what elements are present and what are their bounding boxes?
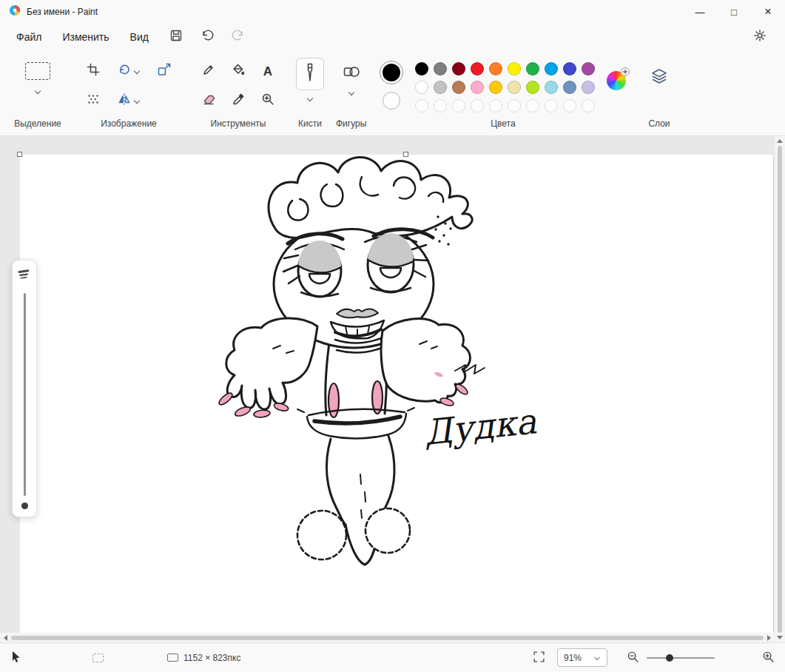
gear-icon: [753, 29, 767, 45]
color-picker-tool-button[interactable]: [229, 90, 248, 112]
menu-edit[interactable]: Изменить: [53, 27, 118, 47]
chevron-down-icon[interactable]: [348, 90, 355, 95]
color-swatch[interactable]: [434, 81, 447, 94]
size-slider-handle[interactable]: [21, 503, 28, 509]
brush-button[interactable]: [296, 58, 324, 90]
redo-button[interactable]: [226, 27, 251, 47]
group-label-selection: Выделение: [14, 118, 61, 135]
shapes-button[interactable]: [343, 65, 360, 81]
shapes-icon: [343, 68, 360, 81]
layers-button[interactable]: [650, 68, 668, 87]
close-button[interactable]: ×: [751, 0, 785, 24]
horizontal-scrollbar[interactable]: [0, 633, 775, 642]
scroll-right-arrow-icon[interactable]: [767, 635, 771, 641]
zoom-slider-handle[interactable]: [666, 654, 673, 662]
menu-file[interactable]: Файл: [7, 27, 50, 47]
crop-icon: [87, 63, 100, 79]
fill-tool-button[interactable]: [229, 60, 248, 82]
color-swatch[interactable]: [508, 62, 521, 75]
zoom-dropdown[interactable]: 91%: [557, 648, 607, 667]
empty-color-slot[interactable]: [415, 99, 428, 112]
color2-swatch[interactable]: [383, 92, 400, 110]
crop-button[interactable]: [84, 60, 103, 82]
empty-color-slot[interactable]: [489, 99, 502, 112]
size-slider-track[interactable]: [24, 293, 26, 496]
empty-color-slot[interactable]: [582, 99, 595, 112]
flip-button[interactable]: [115, 90, 144, 112]
color-swatch[interactable]: [563, 62, 576, 75]
color-swatch[interactable]: [526, 62, 539, 75]
color-swatch[interactable]: [508, 81, 521, 94]
stroke-size-icon[interactable]: [18, 269, 31, 283]
color-swatch[interactable]: [526, 81, 539, 94]
canvas-resize-handle-topcenter[interactable]: [403, 152, 408, 157]
paint-logo-icon: [9, 4, 21, 19]
empty-color-slot[interactable]: [452, 99, 465, 112]
eyedropper-icon: [232, 93, 245, 109]
color-swatch[interactable]: [489, 81, 502, 94]
color-swatch[interactable]: [452, 81, 465, 94]
cursor-position-icon: [10, 651, 21, 665]
selection-tool-button[interactable]: [25, 56, 50, 80]
color-swatch[interactable]: [415, 62, 428, 75]
vertical-scrollbar-thumb[interactable]: [778, 146, 782, 633]
pattern-button[interactable]: [84, 91, 102, 110]
vertical-scrollbar[interactable]: [775, 136, 785, 642]
color-swatch[interactable]: [545, 81, 558, 94]
plus-icon: [621, 67, 630, 76]
eraser-tool-button[interactable]: [199, 90, 218, 112]
color-swatch[interactable]: [471, 62, 484, 75]
group-image: Изображение: [75, 50, 182, 135]
color-swatch[interactable]: [489, 62, 502, 75]
scroll-up-arrow-icon[interactable]: [777, 139, 783, 143]
magnifier-tool-button[interactable]: [258, 90, 277, 112]
menubar: Файл Изменить Вид: [0, 24, 785, 50]
empty-color-slot[interactable]: [526, 99, 539, 112]
fit-to-screen-icon[interactable]: [533, 651, 545, 665]
color-swatch[interactable]: [452, 62, 465, 75]
text-tool-icon: A: [263, 65, 272, 78]
color-swatch[interactable]: [434, 62, 447, 75]
menu-view[interactable]: Вид: [121, 27, 158, 47]
settings-button[interactable]: [747, 27, 773, 47]
save-button[interactable]: [164, 27, 189, 47]
drawing-canvas[interactable]: Дудка: [20, 155, 773, 633]
horizontal-scrollbar-thumb[interactable]: [11, 636, 764, 640]
maximize-button[interactable]: □: [717, 0, 751, 24]
empty-color-slot[interactable]: [545, 99, 558, 112]
zoom-out-icon[interactable]: [627, 651, 639, 665]
empty-color-slot[interactable]: [508, 99, 521, 112]
rotate-button[interactable]: [115, 60, 144, 82]
color1-swatch[interactable]: [380, 61, 403, 84]
chevron-down-icon[interactable]: [306, 96, 314, 101]
scroll-down-arrow-icon[interactable]: [777, 636, 783, 639]
edit-colors-button[interactable]: [607, 71, 626, 90]
selection-size-icon: [92, 653, 104, 662]
empty-color-slot[interactable]: [563, 99, 576, 112]
minimize-button[interactable]: —: [683, 0, 717, 24]
zoom-slider-track[interactable]: [647, 657, 715, 659]
undo-button[interactable]: [195, 27, 220, 47]
empty-color-slot[interactable]: [471, 99, 484, 112]
canvas-resize-handle-topleft[interactable]: [17, 152, 22, 157]
group-label-brushes: Кисти: [298, 118, 322, 135]
color-swatch[interactable]: [545, 62, 558, 75]
scroll-left-arrow-icon[interactable]: [4, 635, 7, 641]
resize-button[interactable]: [154, 59, 175, 83]
chevron-down-icon: [133, 69, 141, 74]
color-swatch[interactable]: [471, 81, 484, 94]
undo-icon: [201, 29, 214, 45]
group-label-layers: Слои: [648, 118, 670, 135]
empty-color-slot[interactable]: [434, 99, 447, 112]
zoom-in-icon[interactable]: [762, 651, 775, 665]
chevron-down-icon[interactable]: [34, 89, 41, 94]
color-swatch[interactable]: [582, 81, 595, 94]
zoom-slider[interactable]: [647, 653, 715, 663]
pencil-tool-button[interactable]: [199, 60, 218, 82]
color-swatch[interactable]: [415, 81, 428, 94]
group-selection: Выделение: [6, 50, 70, 135]
color1-dot: [383, 64, 400, 81]
text-tool-button[interactable]: A: [260, 62, 275, 81]
color-swatch[interactable]: [563, 81, 576, 94]
color-swatch[interactable]: [582, 62, 595, 75]
